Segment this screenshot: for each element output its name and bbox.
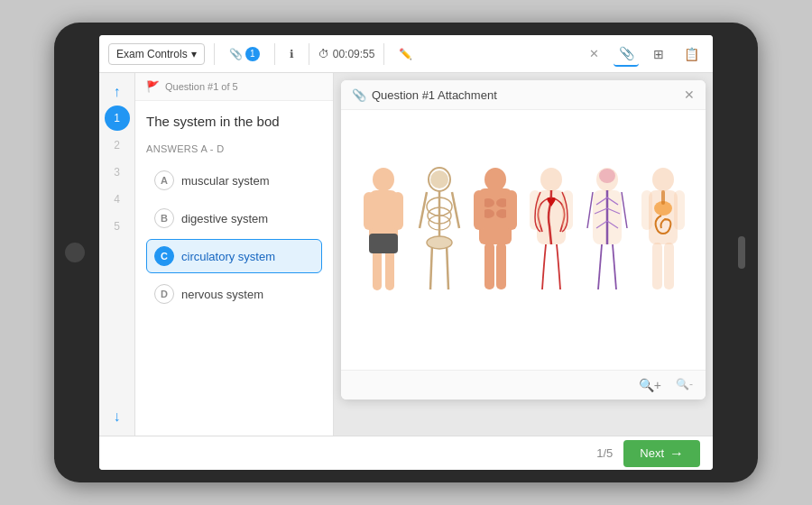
clipboard-tab-button[interactable]: 📋	[678, 41, 704, 67]
answer-text-c: circulatory system	[181, 250, 275, 263]
svg-rect-41	[674, 190, 685, 230]
svg-point-36	[652, 168, 674, 191]
svg-point-34	[599, 169, 615, 183]
paperclip-icon: 📎	[229, 48, 243, 60]
body-figure-2	[412, 163, 466, 317]
body-figure-1	[356, 163, 411, 317]
toolbar-right-icons: ✕ 📎 ⊞ 📋	[581, 41, 704, 67]
table-tab-button[interactable]: ⊞	[646, 41, 671, 67]
zoom-out-button[interactable]: 🔍-	[672, 376, 697, 394]
attachment-footer: 🔍+ 🔍-	[341, 370, 706, 399]
answer-letter-a: A	[154, 170, 174, 190]
answer-option-c[interactable]: C circulatory system	[146, 239, 322, 273]
clipboard-icon: 📋	[684, 47, 699, 61]
power-button[interactable]	[738, 236, 745, 269]
info-btn[interactable]: ℹ	[284, 45, 300, 63]
answer-letter-c: C	[154, 246, 174, 266]
attachment-count-btn[interactable]: 📎 1	[224, 44, 265, 64]
svg-rect-6	[369, 234, 398, 253]
svg-line-14	[452, 192, 459, 228]
nav-up-arrow[interactable]: ↑	[110, 80, 125, 104]
answer-text-a: muscular system	[181, 174, 270, 188]
svg-rect-25	[506, 190, 517, 230]
next-button[interactable]: Next →	[623, 440, 700, 467]
answer-option-d[interactable]: D nervous system	[146, 277, 322, 311]
info-icon: ℹ	[290, 48, 294, 60]
attachment-tab-button[interactable]: 📎	[614, 41, 639, 67]
nav-down-arrow[interactable]: ↓	[110, 405, 125, 428]
close-toolbar-button[interactable]: ✕	[581, 41, 606, 67]
answer-option-b[interactable]: B digestive system	[146, 201, 322, 235]
svg-rect-42	[652, 243, 662, 289]
nav-item-3[interactable]: 3	[105, 160, 130, 185]
svg-rect-39	[661, 190, 665, 205]
timer-value: 00:09:55	[333, 48, 375, 60]
attachment-title: 📎 Question #1 Attachment	[352, 88, 497, 102]
attachment-title-text: Question #1 Attachment	[372, 88, 497, 102]
answer-text-d: nervous system	[181, 288, 263, 301]
toolbar: Exam Controls ▾ 📎 1 ℹ ⏱ 00:09:55 ✏️	[99, 35, 713, 73]
pencil-btn[interactable]: ✏️	[393, 45, 418, 63]
svg-rect-26	[484, 243, 494, 289]
question-header-text: Question #1 of 5	[165, 81, 238, 92]
svg-line-16	[447, 244, 448, 289]
body-figure-4	[524, 163, 578, 317]
answer-letter-d: D	[154, 284, 174, 304]
question-body: The system in the bod Answers A - D A mu…	[135, 101, 333, 436]
body-figure-3	[468, 163, 522, 317]
svg-rect-2	[364, 192, 374, 230]
clock-icon: ⏱	[318, 48, 329, 60]
svg-rect-24	[474, 190, 484, 230]
question-text: The system in the bod	[146, 112, 322, 131]
answer-text-b: digestive system	[181, 212, 268, 225]
svg-rect-27	[496, 243, 506, 289]
exam-controls-button[interactable]: Exam Controls ▾	[108, 43, 205, 65]
home-button[interactable]	[65, 243, 85, 262]
attachment-tab-icon: 📎	[619, 46, 634, 60]
svg-point-28	[540, 168, 562, 191]
attachment-header-icon: 📎	[352, 88, 366, 102]
svg-point-18	[484, 168, 506, 191]
toolbar-divider-2	[274, 43, 275, 65]
nav-item-4[interactable]: 4	[105, 187, 130, 212]
timer-display: ⏱ 00:09:55	[318, 48, 375, 60]
question-panel: 🚩 Question #1 of 5 The system in the bod…	[135, 73, 334, 436]
answers-label: Answers A - D	[146, 143, 322, 154]
bottom-bar: 1/5 Next →	[99, 436, 713, 470]
svg-point-8	[430, 170, 448, 188]
exam-controls-label: Exam Controls	[116, 48, 188, 60]
nav-item-2[interactable]: 2	[105, 133, 130, 158]
toolbar-divider-1	[214, 43, 215, 65]
side-nav: ↑ 1 2 3 4 5 ↓	[99, 73, 135, 436]
toolbar-divider-4	[383, 43, 384, 65]
attachment-badge: 1	[245, 47, 260, 61]
svg-line-13	[420, 192, 427, 228]
chevron-down-icon: ▾	[191, 48, 197, 60]
body-figure-6	[636, 163, 690, 317]
attachment-close-button[interactable]: ✕	[684, 87, 695, 102]
svg-rect-40	[641, 190, 652, 230]
svg-line-15	[430, 244, 432, 289]
right-area: 📎 Question #1 Attachment ✕	[334, 73, 713, 436]
tablet-device: Exam Controls ▾ 📎 1 ℹ ⏱ 00:09:55 ✏️	[54, 23, 758, 482]
svg-point-0	[373, 168, 394, 191]
attachment-popup: 📎 Question #1 Attachment ✕	[341, 80, 706, 399]
main-content: ↑ 1 2 3 4 5 ↓ 🚩 Question #1 of 5 The sys…	[99, 73, 713, 436]
next-arrow-icon: →	[669, 445, 684, 462]
svg-rect-3	[392, 192, 403, 230]
answer-option-a[interactable]: A muscular system	[146, 163, 322, 197]
table-icon: ⊞	[653, 47, 664, 61]
flag-icon: 🚩	[146, 80, 160, 93]
page-indicator: 1/5	[596, 446, 613, 460]
next-label: Next	[640, 446, 664, 460]
answer-letter-b: B	[154, 208, 174, 228]
pencil-icon: ✏️	[399, 48, 412, 60]
nav-item-5[interactable]: 5	[105, 214, 130, 239]
nav-item-1[interactable]: 1	[105, 106, 130, 131]
zoom-in-button[interactable]: 🔍+	[635, 376, 665, 394]
toolbar-divider-3	[309, 43, 309, 65]
tablet-screen: Exam Controls ▾ 📎 1 ℹ ⏱ 00:09:55 ✏️	[99, 35, 713, 470]
svg-rect-43	[664, 243, 674, 289]
attachment-header: 📎 Question #1 Attachment ✕	[341, 80, 706, 110]
svg-point-17	[427, 236, 452, 249]
